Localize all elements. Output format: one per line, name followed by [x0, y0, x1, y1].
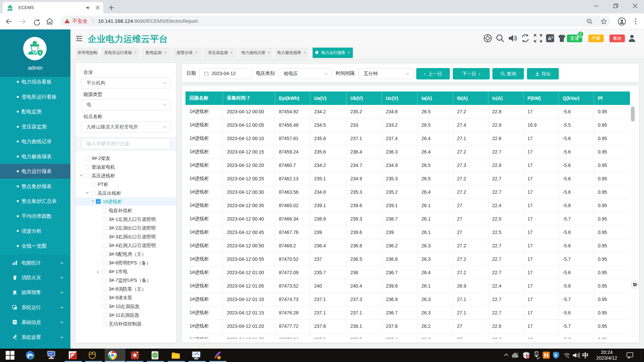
svg-text:文: 文 — [551, 36, 554, 39]
